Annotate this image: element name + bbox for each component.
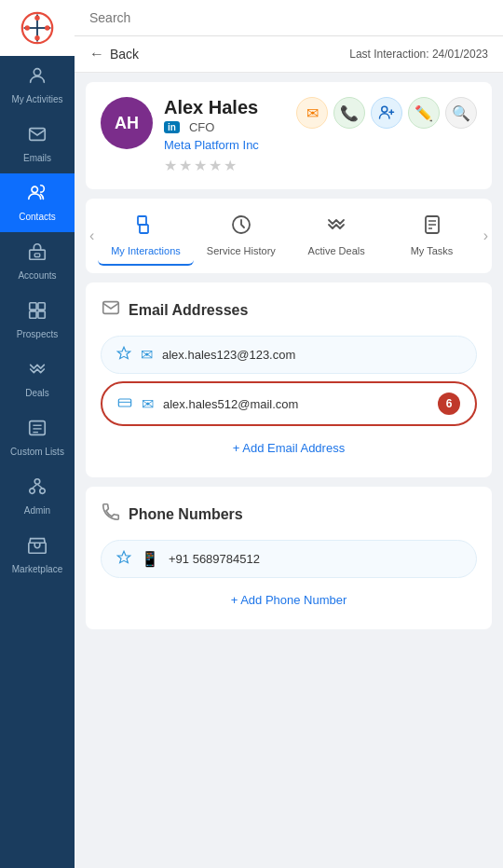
tab-scroll-right[interactable]: › [480,227,492,244]
active-deals-icon [325,214,347,241]
emails-icon [27,124,48,149]
email-action-button[interactable]: ✉ [296,97,328,129]
tab-service-history[interactable]: Service History [194,206,289,266]
phone-section: Phone Numbers 📱 +91 5689784512 + Add Pho… [86,487,492,629]
edit-action-button[interactable]: ✏️ [408,97,440,129]
email-row-1: ✉ alex.hales123@123.com [101,336,477,374]
svg-point-6 [45,25,49,30]
phone-action-button[interactable]: 📞 [333,97,365,129]
email-section-icon [101,297,121,323]
card-icon-2 [117,395,132,413]
add-email-link[interactable]: + Add Email Address [101,434,477,462]
svg-point-9 [32,186,37,192]
email-section: Email Addresses ✉ alex.hales123@123.com … [86,282,492,477]
email-value-1: alex.hales123@123.com [162,348,461,362]
action-icons: ✉ 📞 ✏️ 🔍 [296,97,477,129]
svg-point-7 [34,69,40,76]
sidebar-item-label: Deals [25,388,49,399]
sidebar-item-deals[interactable]: Deals [0,350,75,408]
contact-name: Alex Hales [164,97,285,118]
star-icon-1 [116,346,131,364]
tab-label: My Tasks [411,245,454,256]
tab-label: My Interactions [111,245,181,256]
phone-icon-1: 📱 [141,550,159,568]
phone-value-1: +91 5689784512 [169,552,461,566]
tab-scroll-left[interactable]: ‹ [86,227,98,244]
sidebar-item-label: Custom Lists [10,447,64,458]
svg-rect-11 [34,254,40,257]
contact-rating: ★★★★★ [164,157,285,174]
sidebar-item-emails[interactable]: Emails [0,115,75,173]
add-phone-link[interactable]: + Add Phone Number [101,586,477,614]
svg-rect-13 [38,303,45,310]
svg-point-20 [34,479,40,485]
back-arrow-icon: ← [89,46,104,62]
contacts-icon [27,183,48,208]
service-history-icon [230,214,252,241]
avatar: AH [101,97,153,149]
search-action-button[interactable]: 🔍 [445,97,477,129]
svg-rect-37 [118,399,130,406]
contact-card: AH Alex Hales in CFO Meta Platform Inc ★… [86,82,492,189]
contact-info: Alex Hales in CFO Meta Platform Inc ★★★★… [164,97,285,174]
svg-rect-10 [30,250,46,259]
svg-rect-14 [30,311,36,318]
email-row-2: ✉ alex.hales512@mail.com 6 [101,381,477,426]
tab-active-deals[interactable]: Active Deals [289,206,384,266]
sidebar-item-label: Emails [23,153,51,164]
svg-rect-29 [138,216,146,225]
search-bar [75,0,503,36]
email-icon-2: ✉ [142,395,154,413]
svg-rect-12 [30,303,36,310]
phone-section-title: Phone Numbers [101,502,477,527]
star-icon-phone [116,550,131,568]
phone-row-1: 📱 +91 5689784512 [101,540,477,578]
sidebar-item-admin[interactable]: Admin [0,467,75,526]
email-value-2: alex.hales512@mail.com [163,397,428,411]
sidebar-item-label: Marketplace [12,564,62,575]
sidebar-item-custom-lists[interactable]: Custom Lists [0,408,75,467]
my-tasks-icon [421,214,443,241]
main-content: ← Back Last Interaction: 24/01/2023 AH A… [75,0,503,868]
sidebar-item-my-activities[interactable]: My Activities [0,56,75,115]
activities-icon [27,65,48,90]
sidebar-item-label: Contacts [19,212,55,223]
tab-my-tasks[interactable]: My Tasks [384,206,479,266]
marketplace-icon [27,535,48,560]
my-interactions-icon [135,214,157,241]
sidebar-item-marketplace[interactable]: Marketplace [0,526,75,585]
linkedin-badge[interactable]: in [164,121,180,133]
last-interaction-text: Last Interaction: 24/01/2023 [349,48,488,61]
contact-title: CFO [189,120,214,134]
sidebar-item-accounts[interactable]: Accounts [0,232,75,291]
svg-rect-30 [140,225,148,233]
tab-label: Service History [207,245,276,256]
tabs: My Interactions Service History Active D… [98,206,479,266]
contact-action-button[interactable] [371,97,402,129]
tab-label: Active Deals [308,245,365,256]
svg-point-4 [34,35,39,40]
email-badge: 6 [438,393,460,415]
sidebar-item-prospects[interactable]: Prospects [0,291,75,350]
email-section-title: Email Addresses [101,297,477,323]
sidebar-item-label: My Activities [11,94,62,105]
svg-point-22 [40,489,46,494]
search-input[interactable] [89,10,488,25]
svg-point-5 [25,25,30,30]
email-icon-1: ✉ [141,346,153,364]
logo [0,0,75,56]
admin-icon [27,476,48,502]
svg-rect-15 [38,311,45,318]
sidebar-item-label: Prospects [17,329,58,340]
sidebar-item-contacts[interactable]: Contacts [0,173,75,232]
sidebar-item-label: Accounts [18,270,56,282]
svg-point-26 [382,106,387,112]
accounts-icon [27,241,48,267]
back-button[interactable]: ← Back [89,46,139,62]
app-logo [20,11,54,45]
sidebar: My Activities Emails Contacts Accounts P… [0,0,75,868]
back-bar: ← Back Last Interaction: 24/01/2023 [75,36,503,73]
deals-icon [27,359,48,384]
contact-company[interactable]: Meta Platform Inc [164,138,259,152]
tab-my-interactions[interactable]: My Interactions [98,206,193,266]
